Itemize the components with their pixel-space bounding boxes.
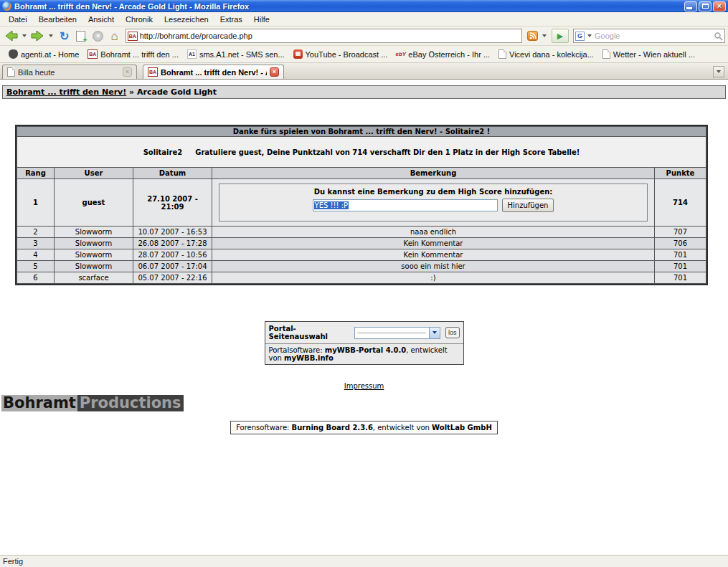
restore-button[interactable] [699, 1, 712, 11]
logo-part-bohramt: Bohramt [1, 395, 77, 411]
agenti-icon [9, 49, 18, 59]
table-row: 3 Slowworm 26.08 2007 - 17:28 Kein Komme… [17, 238, 706, 249]
tab-list-dropdown-button[interactable] [713, 66, 724, 77]
rank-cell: 1 [17, 179, 55, 227]
tab-billa-heute[interactable]: Billa heute × [2, 65, 137, 79]
back-button[interactable] [3, 27, 19, 44]
bookmark-label: Vicevi dana - kolekcija... [509, 50, 594, 59]
rss-icon [527, 31, 538, 41]
url-input[interactable] [140, 32, 520, 40]
comment-cell: Kein Kommentar [212, 249, 655, 261]
breadcrumb-separator: » [129, 87, 134, 97]
logo-part-productions: Productions [77, 395, 184, 411]
home-button[interactable]: ⌂ [107, 27, 121, 44]
rss-dropdown-button[interactable] [539, 27, 549, 44]
search-engine-dropdown[interactable] [587, 34, 592, 37]
url-bar: BA [126, 29, 522, 43]
window-title: Bohramt ... trifft den Nerv! - Arcade Go… [14, 2, 683, 11]
new-tab-icon: + [76, 31, 85, 42]
comment-input[interactable]: YES !!! :P [313, 199, 498, 211]
close-button[interactable]: × [713, 1, 726, 11]
congrats-row: Solitaire2 Gratuliere guest, Deine Punkt… [19, 148, 704, 156]
select-dropdown-button[interactable] [429, 328, 440, 338]
menu-bar: Datei Bearbeiten Ansicht Chronik Lesezei… [0, 12, 728, 27]
congrats-text: Gratuliere guest, Deine Punktzahl von 71… [195, 148, 580, 156]
stop-icon: × [93, 31, 103, 42]
new-tab-button[interactable]: + [72, 27, 89, 44]
select-value: ———————————— [355, 329, 429, 336]
go-button[interactable]: ▶ [552, 29, 569, 43]
date-cell: 28.07 2007 - 10:56 [133, 249, 212, 261]
menu-bearbeiten[interactable]: Bearbeiten [33, 14, 82, 25]
bookmark-wetter[interactable]: Wetter - Wien aktuell ... [598, 48, 699, 60]
portal-go-button[interactable]: los [445, 327, 460, 338]
back-dropdown-button[interactable] [19, 27, 29, 44]
breadcrumb-current: Arcade Gold Light [137, 87, 217, 97]
tab-label: Bohramt ... trifft den Nerv! - Arca... [161, 68, 267, 77]
forward-icon [31, 30, 44, 42]
menu-chronik[interactable]: Chronik [120, 14, 159, 25]
tab-close-button[interactable]: × [270, 67, 279, 77]
selected-text: YES !!! :P [314, 201, 349, 209]
bookmark-label: eBay Österreich - Ihr ... [408, 50, 490, 59]
portal-box: Portal-Seitenauswahl ———————————— los Po… [265, 321, 464, 365]
tab-bohramt-arcade[interactable]: BA Bohramt ... trifft den Nerv! - Arca..… [143, 65, 284, 79]
chevron-down-icon [49, 34, 53, 37]
bookmark-ebay[interactable]: ebY eBay Österreich - Ihr ... [392, 48, 494, 60]
points-cell: 707 [655, 227, 706, 238]
highscore-table: Danke fürs spielen von Bohramt ... triff… [15, 125, 708, 285]
table-row: 4 Slowworm 28.07 2007 - 10:56 Kein Komme… [17, 249, 706, 261]
breadcrumb-home-link[interactable]: Bohramt ... trifft den Nerv! [6, 87, 126, 97]
menu-hilfe[interactable]: Hilfe [248, 14, 275, 25]
portal-software-vendor: myWBB.info [284, 354, 334, 362]
menu-datei[interactable]: Datei [3, 14, 33, 25]
bookmark-sms-a1[interactable]: A1 sms.A1.net - SMS sen... [183, 48, 289, 60]
tab-close-button[interactable]: × [123, 67, 132, 77]
points-cell: 714 [655, 179, 706, 227]
page-content: Bohramt ... trifft den Nerv! » Arcade Go… [0, 80, 728, 555]
portal-select-label: Portal-Seitenauswahl [269, 325, 350, 340]
rss-button[interactable] [526, 27, 539, 44]
bookmark-label: sms.A1.net - SMS sen... [199, 50, 285, 59]
footer-mid: , entwickelt von [373, 424, 432, 432]
portal-software-prefix: Portalsoftware: [269, 346, 325, 354]
search-box: G [573, 29, 725, 43]
portal-page-select[interactable]: ———————————— [354, 327, 440, 339]
comment-cell: :) [212, 272, 655, 284]
bookmark-agenti[interactable]: agenti.at - Home [4, 48, 83, 60]
menu-lesezeichen[interactable]: Lesezeichen [159, 14, 214, 25]
date-cell: 26.08 2007 - 17:28 [133, 238, 212, 249]
bookmark-youtube[interactable]: YouTube - Broadcast ... [289, 48, 392, 60]
impressum-link[interactable]: Impressum [344, 382, 384, 390]
bookmark-label: agenti.at - Home [21, 50, 79, 59]
col-user: User [55, 168, 133, 179]
stop-button[interactable]: × [89, 27, 107, 44]
a1-icon: A1 [187, 49, 197, 59]
reload-icon: ↻ [57, 29, 71, 43]
forward-dropdown-button[interactable] [46, 27, 56, 44]
forward-button[interactable] [29, 27, 46, 44]
breadcrumb: Bohramt ... trifft den Nerv! » Arcade Go… [2, 85, 726, 99]
add-comment-box: Du kannst eine Bemerkung zu dem High Sco… [219, 184, 648, 221]
chevron-down-icon [717, 70, 721, 73]
menu-ansicht[interactable]: Ansicht [82, 14, 120, 25]
search-icon[interactable] [714, 32, 723, 41]
chevron-down-icon [22, 34, 27, 37]
portal-software-name: myWBB-Portal 4.0.0 [325, 346, 406, 354]
bookmark-label: Wetter - Wien aktuell ... [613, 50, 695, 59]
menu-extras[interactable]: Extras [214, 14, 248, 25]
home-icon: ⌂ [108, 30, 120, 42]
user-cell: guest [55, 179, 133, 227]
google-icon: G [575, 32, 585, 41]
bookmark-bohramt[interactable]: BA Bohramt ... trifft den ... [83, 48, 183, 60]
chevron-down-icon [432, 331, 437, 334]
reload-button[interactable]: ↻ [56, 27, 72, 44]
add-comment-button[interactable]: Hinzufügen [502, 199, 554, 212]
bookmark-vicevi[interactable]: Vicevi dana - kolekcija... [494, 48, 598, 60]
table-row: 5 Slowworm 06.07 2007 - 17:04 sooo ein m… [17, 261, 706, 272]
youtube-icon [293, 49, 303, 59]
search-input[interactable] [595, 32, 712, 40]
minimize-button[interactable] [684, 1, 697, 11]
user-cell: Slowworm [55, 261, 133, 272]
bohramt-productions-logo: BohramtProductions [1, 395, 184, 411]
